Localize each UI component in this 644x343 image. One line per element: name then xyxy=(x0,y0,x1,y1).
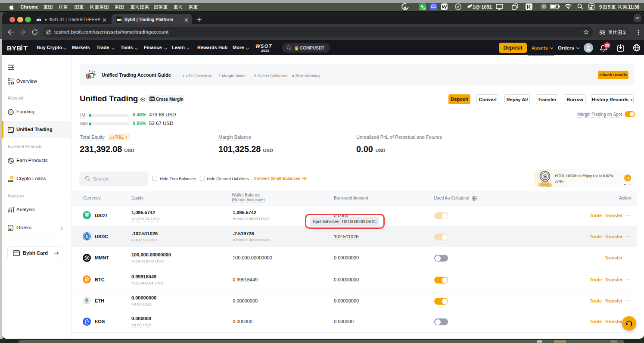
svg-text:$: $ xyxy=(88,75,90,78)
svg-text:S: S xyxy=(543,173,547,180)
svg-text:CM: CM xyxy=(150,98,154,100)
svg-text:$: $ xyxy=(86,234,88,239)
